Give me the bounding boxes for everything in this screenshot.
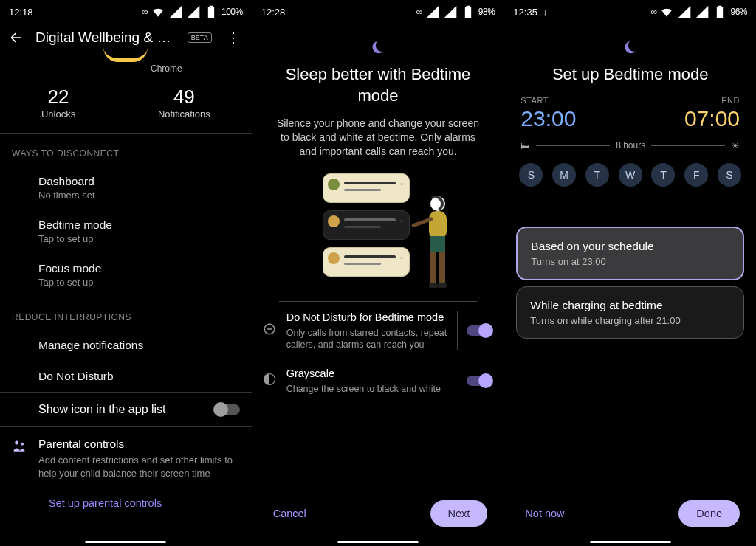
card-title: Based on your schedule — [531, 240, 729, 253]
day-sun[interactable]: S — [519, 163, 543, 187]
cancel-button[interactable]: Cancel — [269, 502, 311, 525]
row-subtitle: Change the screen to black and white — [286, 383, 451, 395]
day-tue[interactable]: T — [585, 163, 609, 187]
toggle-switch[interactable] — [215, 404, 240, 415]
row-title: Grayscale — [286, 367, 451, 381]
row-subtitle: Tap to set up — [38, 233, 240, 244]
card-schedule[interactable]: Based on your schedule Turns on at 23:00 — [516, 227, 744, 280]
row-manage-notifications[interactable]: Manage notifications — [0, 330, 252, 361]
bed-icon: 🛏 — [520, 140, 530, 151]
row-subtitle: Only calls from starred contacts, repeat… — [286, 327, 450, 351]
day-wed[interactable]: W — [619, 163, 642, 187]
stat-value: 22 — [41, 86, 75, 108]
moon-icon — [504, 22, 756, 64]
row-title: Focus mode — [38, 262, 240, 275]
status-time: 12:35 ↓ — [513, 7, 547, 18]
row-subtitle: No timers set — [38, 190, 240, 201]
status-time: 12:18 — [9, 7, 33, 18]
status-icons: ∞ 96% — [650, 4, 747, 19]
chrome-icon — [103, 47, 148, 62]
duration-label: 8 hours — [616, 140, 645, 151]
time-label: START — [520, 96, 576, 105]
app-usage-chip: Chrome — [0, 47, 252, 74]
overflow-menu-icon[interactable]: ⋮ — [224, 30, 243, 46]
button-bar: Cancel Next — [252, 500, 504, 527]
battery-icon — [712, 4, 727, 19]
row-do-not-disturb[interactable]: Do Not Disturb — [0, 361, 252, 392]
gesture-bar[interactable] — [85, 541, 166, 543]
card-charging[interactable]: While charging at bedtime Turns on while… — [516, 286, 744, 339]
row-grayscale[interactable]: Grayscale Change the screen to black and… — [252, 358, 504, 402]
stat-unlocks[interactable]: 22 Unlocks — [41, 86, 75, 120]
beta-badge: BETA — [188, 32, 212, 43]
day-thu[interactable]: T — [651, 163, 675, 187]
stat-value: 49 — [158, 86, 210, 108]
back-icon[interactable] — [9, 30, 24, 45]
start-time[interactable]: START 23:00 — [520, 96, 576, 131]
section-header-disconnect: WAYS TO DISCONNECT — [0, 134, 252, 166]
card-subtitle: Turns on while charging after 21:00 — [530, 315, 730, 326]
row-show-icon[interactable]: Show icon in the app list — [0, 392, 252, 426]
panel-bedtime-intro: 12:28 ∞ 98% Sleep better with Bedtime mo… — [252, 0, 504, 546]
battery-icon — [204, 4, 219, 19]
row-subtitle: Tap to set up — [38, 277, 240, 288]
stat-label: Notifications — [158, 108, 210, 120]
day-fri[interactable]: F — [684, 163, 708, 187]
svg-rect-4 — [430, 236, 445, 252]
stat-notifications[interactable]: 49 Notifications — [158, 86, 210, 120]
page-title: Digital Wellbeing & pa... — [35, 30, 176, 46]
gesture-bar[interactable] — [337, 541, 419, 543]
row-bedtime-mode[interactable]: Bedtime mode Tap to set up — [0, 210, 252, 253]
signal-icon — [695, 4, 709, 19]
status-icons: ∞ 100% — [142, 4, 243, 19]
illustration: ⌄ ⌄ ⌄ — [300, 173, 456, 295]
panel-setup-bedtime: 12:35 ↓ ∞ 96% Set up Bedtime mode START … — [504, 0, 756, 546]
stat-label: Unlocks — [41, 108, 75, 120]
svg-rect-5 — [430, 252, 436, 283]
grayscale-icon — [261, 373, 278, 389]
svg-rect-6 — [439, 252, 445, 283]
card-title: While charging at bedtime — [530, 299, 730, 312]
gesture-bar[interactable] — [590, 541, 671, 543]
page-title: Sleep better with Bedtime mode — [252, 64, 504, 106]
signal-icon — [168, 4, 183, 19]
row-title: Dashboard — [38, 175, 240, 188]
download-icon: ↓ — [543, 7, 548, 18]
row-dashboard[interactable]: Dashboard No timers set — [0, 166, 252, 210]
row-title: Bedtime mode — [38, 218, 240, 232]
family-icon — [12, 439, 27, 480]
signal-icon — [186, 4, 201, 19]
status-bar: 12:35 ↓ ∞ 96% — [504, 0, 756, 22]
row-subtitle: Add content restrictions and set other l… — [38, 454, 240, 480]
time-value: 07:00 — [684, 106, 740, 131]
link-setup-parental-controls[interactable]: Set up parental controls — [0, 484, 252, 515]
day-sat[interactable]: S — [718, 163, 741, 187]
not-now-button[interactable]: Not now — [520, 502, 568, 525]
signal-icon — [425, 4, 440, 19]
status-bar: 12:18 ∞ 100% — [0, 0, 252, 22]
wifi-icon — [659, 4, 674, 19]
day-picker: S M T W T F S — [504, 160, 756, 200]
stats-row: 22 Unlocks 49 Notifications — [0, 74, 252, 134]
svg-point-0 — [15, 441, 18, 445]
sun-icon: ☀ — [731, 140, 740, 151]
row-title: Show icon in the app list — [38, 403, 166, 416]
status-time: 12:28 — [261, 7, 286, 18]
row-dnd-bedtime[interactable]: Do Not Disturb for Bedtime mode Only cal… — [252, 302, 504, 358]
done-button[interactable]: Done — [678, 500, 740, 527]
row-focus-mode[interactable]: Focus mode Tap to set up — [0, 253, 252, 297]
time-value: 23:00 — [520, 106, 576, 131]
day-mon[interactable]: M — [552, 163, 576, 187]
page-title: Set up Bedtime mode — [504, 64, 756, 86]
next-button[interactable]: Next — [430, 500, 488, 527]
end-time[interactable]: END 07:00 — [684, 96, 740, 131]
app-name-label: Chrome — [81, 63, 252, 74]
dnd-icon — [261, 322, 278, 339]
svg-point-1 — [21, 443, 24, 446]
time-range: START 23:00 END 07:00 — [504, 86, 756, 136]
signal-icon — [677, 4, 692, 19]
battery-icon — [461, 4, 475, 19]
toggle-switch[interactable] — [467, 376, 492, 386]
panel-digital-wellbeing: 12:18 ∞ 100% Digital Wellbeing & pa... B… — [0, 0, 252, 546]
toggle-switch[interactable] — [467, 325, 492, 336]
